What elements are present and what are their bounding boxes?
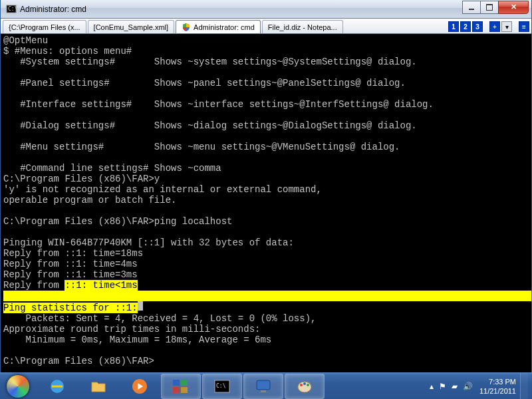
system-tray: ▴ ⚑ ▰ 🔊 7:33 PM 11/21/2011	[430, 373, 532, 400]
taskbar-wmp[interactable]	[120, 374, 160, 399]
volume-icon[interactable]: 🔊	[463, 382, 473, 391]
taskbar-conemu[interactable]	[161, 374, 201, 399]
taskbar-explorer[interactable]	[78, 374, 118, 399]
svg-rect-7	[181, 387, 188, 393]
tabbar-right: 1 2 3 + ▾ ≡	[448, 20, 529, 33]
taskbar[interactable]: C:\ ▴ ⚑ ▰ 🔊 7:33 PM 11/21/2011	[0, 372, 532, 399]
taskbar-cmd[interactable]: C:\	[202, 374, 242, 399]
dropdown-button[interactable]: ▾	[501, 21, 512, 32]
network-icon[interactable]: ▰	[452, 382, 458, 391]
clock-date: 11/21/2011	[479, 386, 516, 396]
svg-point-14	[303, 382, 306, 385]
windows-orb-icon	[6, 374, 30, 398]
action-center-icon[interactable]: ⚑	[439, 382, 446, 391]
terminal-output[interactable]: @OptMenu $ #Menus: options menu# #System…	[1, 34, 531, 371]
conemu-icon	[171, 377, 191, 396]
svg-point-15	[307, 384, 309, 386]
app-icon: C:\	[6, 4, 17, 15]
console-num-1[interactable]: 1	[448, 21, 459, 32]
console-num-3[interactable]: 3	[472, 21, 483, 32]
menu-button[interactable]: ≡	[519, 21, 529, 32]
start-button[interactable]	[0, 373, 36, 400]
clock-time: 7:33 PM	[479, 377, 516, 386]
svg-rect-5	[181, 380, 188, 386]
taskbar-items: C:\	[36, 373, 325, 400]
close-button[interactable]	[498, 1, 529, 14]
app-window: C:\ Administrator: cmd {C:\Program Files…	[0, 0, 532, 373]
monitor-icon	[254, 377, 273, 396]
taskbar-paint[interactable]	[285, 374, 325, 399]
tray-up-icon[interactable]: ▴	[430, 382, 434, 391]
taskbar-app[interactable]	[243, 374, 283, 399]
clock[interactable]: 7:33 PM 11/21/2011	[479, 377, 516, 396]
titlebar[interactable]: C:\ Administrator: cmd	[1, 0, 531, 19]
tab-bar: {C:\Program Files (x... [ConEmu_Sample.x…	[1, 19, 531, 34]
svg-point-13	[300, 384, 303, 386]
svg-rect-10	[257, 380, 270, 390]
folder-icon	[89, 377, 108, 396]
svg-rect-11	[261, 390, 266, 392]
console-num-2[interactable]: 2	[460, 21, 471, 32]
titlebar-text: Administrator: cmd	[20, 5, 463, 14]
svg-text:C:\: C:\	[8, 6, 17, 12]
tab-program-files[interactable]: {C:\Program Files (x...	[3, 20, 86, 33]
maximize-button[interactable]	[480, 1, 499, 14]
svg-text:C:\: C:\	[216, 383, 226, 389]
tab-admin-cmd[interactable]: Administrator: cmd	[176, 20, 261, 33]
cmd-icon: C:\	[213, 377, 231, 396]
add-console-button[interactable]: +	[489, 21, 500, 32]
ie-icon	[48, 377, 66, 396]
taskbar-ie[interactable]	[37, 374, 77, 399]
window-buttons	[463, 1, 529, 14]
tab-conemu-sample[interactable]: [ConEmu_Sample.xml]	[88, 20, 175, 33]
svg-rect-6	[173, 387, 180, 393]
tab-file-id[interactable]: File_id.diz - Notepa...	[262, 20, 343, 33]
media-player-icon	[130, 377, 149, 396]
minimize-button[interactable]	[462, 1, 481, 14]
show-desktop-button[interactable]	[520, 373, 528, 400]
shield-icon	[182, 23, 191, 32]
paint-icon	[295, 377, 314, 396]
svg-rect-4	[173, 380, 180, 386]
